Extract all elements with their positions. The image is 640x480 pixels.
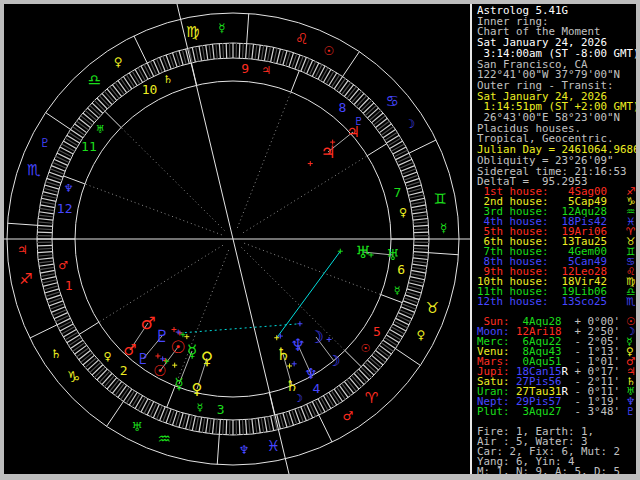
house-3-ruler-icon: ☿ — [197, 401, 204, 414]
libra-ruler-venus-icon: ♀ — [114, 55, 123, 69]
natal-uranus-icon: ♅ — [355, 242, 370, 262]
aries-ruler-mars-icon: ♂ — [343, 409, 354, 423]
house-8-number: 8 — [339, 100, 347, 115]
sign-leo-icon: ♌ — [295, 30, 308, 48]
axis-lines — [4, 4, 470, 474]
natal-mercury-icon: ☿ — [187, 341, 197, 361]
aquarius-ruler-uranus-icon: ♅ — [132, 420, 143, 434]
house-12-number: 12 — [57, 201, 73, 216]
window-frame-right — [636, 0, 640, 480]
house-10-ruler-icon: ♄ — [163, 73, 173, 86]
sign-sagittarius-icon: ♐ — [19, 270, 32, 288]
leo-ruler-sun-icon: ☉ — [323, 44, 334, 58]
plut-glyph-icon: ♇ — [626, 406, 635, 417]
sign-aquarius-icon: ♒ — [158, 430, 171, 448]
window-frame-left — [0, 0, 4, 480]
house-7-number: 7 — [394, 185, 402, 200]
house-5-number: 5 — [373, 324, 381, 339]
house-2-ruler-icon: ♀ — [104, 350, 112, 363]
sign-pisces-icon: ♓ — [267, 437, 280, 455]
house-9-ruler-icon: ♃ — [261, 64, 271, 77]
natal-saturn-icon: ♄ — [275, 344, 290, 364]
planet-row: Plut: 3Aqu27 - 3°48'♇ — [477, 407, 637, 417]
sign-libra-icon: ♎ — [88, 71, 101, 89]
transit-moon-icon: ☽ — [327, 352, 340, 370]
natal-sun-icon: ☉ — [170, 337, 185, 357]
natal-moon-icon: ☽ — [308, 327, 323, 347]
sign-virgo-icon: ♍ — [186, 23, 199, 41]
sign-gemini-icon: ♊ — [433, 190, 446, 208]
scorpio-ruler-pluto-icon: ♇ — [40, 136, 51, 150]
house-11-number: 11 — [81, 139, 97, 154]
info-panel: Astrolog 5.41GInner ring:Chart of the Mo… — [472, 0, 636, 474]
gemini-ruler-mercury-icon: ☿ — [440, 221, 447, 235]
transit-saturn-icon: ♄ — [285, 377, 298, 395]
pisces-ruler-neptune-icon: ♆ — [239, 443, 250, 457]
sign-cancer-icon: ♋ — [386, 92, 399, 110]
house-11-ruler-icon: ♅ — [96, 123, 106, 136]
house-10-number: 10 — [142, 82, 158, 97]
house-1-number: 1 — [65, 278, 73, 293]
transit-neptune-icon: ♆ — [304, 365, 317, 383]
transit-sun-icon: ☉ — [153, 362, 166, 380]
house-12-ruler-icon: ♆ — [64, 182, 74, 195]
virgo-ruler-mercury-icon: ☿ — [218, 21, 225, 35]
natal-venus-icon: ♀ — [201, 348, 213, 368]
sign-♏-icon: ♏ — [626, 296, 635, 307]
natal-jupiter-icon: ♃ — [320, 142, 335, 162]
natal-pluto-icon: ♇ — [154, 326, 169, 346]
house-6-ruler-icon: ☿ — [394, 284, 401, 297]
aspect-lines — [180, 251, 340, 338]
sign-taurus-icon: ♉ — [426, 299, 439, 317]
transit-mercury-icon: ☿ — [174, 375, 183, 393]
taurus-ruler-venus-icon: ♀ — [417, 328, 426, 342]
sagittarius-ruler-jupiter-icon: ♃ — [17, 243, 28, 257]
house-4-number: 4 — [313, 381, 321, 396]
sign-capricorn-icon: ♑ — [67, 368, 80, 386]
house-9-number: 9 — [241, 61, 249, 76]
house-5-ruler-icon: ☉ — [360, 342, 370, 355]
house-2-number: 2 — [120, 363, 128, 378]
sign-scorpio-icon: ♏ — [27, 161, 41, 179]
house-7-ruler-icon: ♀ — [399, 206, 407, 219]
house-3-number: 3 — [217, 402, 225, 417]
panel-divider — [470, 4, 472, 474]
house-6-number: 6 — [397, 262, 405, 277]
position-markers — [155, 140, 373, 369]
natal-neptune-icon: ♆ — [290, 335, 305, 355]
house-1-ruler-icon: ♂ — [58, 259, 68, 272]
astrolog-window: ♍☿♎♀♏♇♐♃♑♄♒♅♓♆♈♂♉♀♊☿♋☽♌☉1♂2♀3☿4☽5☉6☿7♀8♇… — [0, 0, 640, 480]
transit-mars-icon: ♂ — [123, 341, 136, 359]
window-frame-bottom — [0, 474, 640, 480]
transit-pluto-icon: ♇ — [136, 350, 149, 368]
natal-mars-icon: ♂ — [140, 313, 155, 333]
transit-uranus-icon: ♅ — [386, 246, 399, 264]
transit-venus-icon: ♀ — [192, 380, 203, 398]
house-row: 12th house: 13Sco25♏ — [477, 297, 637, 307]
cancer-ruler-moon-icon: ☽ — [405, 117, 416, 131]
capricorn-ruler-saturn-icon: ♄ — [51, 347, 62, 361]
sign-aries-icon: ♈ — [365, 389, 378, 407]
window-frame-top — [0, 0, 640, 4]
transit-jupiter-icon: ♃ — [346, 123, 359, 141]
